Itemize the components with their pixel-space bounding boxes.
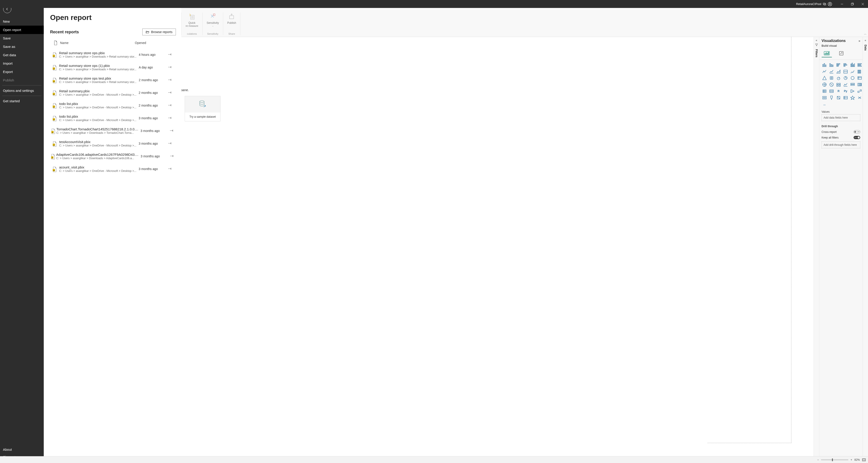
quick-measure-label[interactable]: Quickre measure: [186, 22, 198, 27]
viz-type-8[interactable]: [836, 69, 841, 74]
column-name[interactable]: Name: [60, 41, 135, 45]
column-opened[interactable]: Opened: [135, 41, 162, 45]
viz-type-27[interactable]: Py: [843, 88, 848, 94]
recent-file-path: C: > Users > asanglikar > Downloads > Re…: [59, 68, 137, 71]
keep-filters-toggle[interactable]: On: [854, 136, 860, 139]
browse-reports-button[interactable]: Browse reports: [142, 29, 176, 35]
viz-type-17[interactable]: [857, 75, 863, 81]
viz-type-20[interactable]: [836, 82, 841, 87]
nav-get-started[interactable]: Get started: [0, 97, 44, 105]
nav-import[interactable]: Import: [0, 59, 44, 67]
nav-open-report[interactable]: Open report: [0, 26, 44, 34]
viz-type-29[interactable]: [857, 88, 863, 94]
viz-type-22[interactable]: [850, 82, 856, 87]
sensitivity-label[interactable]: Sensitivity: [207, 22, 219, 25]
viz-type-5[interactable]: [857, 62, 863, 67]
viz-type-4[interactable]: [850, 62, 856, 67]
recent-report-row[interactable]: acount_visit.pbixC: > Users > asanglikar…: [50, 163, 174, 176]
pin-icon[interactable]: [168, 53, 174, 57]
viz-type-28[interactable]: [850, 88, 856, 94]
nav-options[interactable]: Options and settings: [0, 86, 44, 95]
pin-icon[interactable]: [168, 78, 174, 82]
viz-type-2[interactable]: [836, 62, 841, 67]
viz-type-13[interactable]: [829, 75, 834, 81]
window-close-button[interactable]: [858, 0, 868, 8]
viz-type-24[interactable]: [822, 88, 828, 94]
recent-report-row[interactable]: Retail summary store ops test.pbixC: > U…: [50, 74, 174, 87]
viz-type-36[interactable]: ...: [822, 102, 828, 107]
viz-type-14[interactable]: [836, 75, 841, 81]
recent-report-row[interactable]: TornadoChart.TornadoChart1452517688218.2…: [50, 125, 174, 138]
viz-type-23[interactable]: [857, 82, 863, 87]
recent-report-row[interactable]: Retail summary.pbixC: > Users > asanglik…: [50, 87, 174, 99]
drill-through-drop-area[interactable]: Add drill-through fields here: [822, 142, 860, 148]
nav-save-as[interactable]: Save as: [0, 42, 44, 51]
recent-file-opened: 2 months ago: [139, 104, 168, 107]
viz-type-0[interactable]: [822, 62, 828, 67]
nav-save[interactable]: Save: [0, 34, 44, 42]
pin-icon[interactable]: [168, 142, 174, 146]
viz-type-31[interactable]: [829, 95, 834, 100]
viz-type-35[interactable]: [857, 95, 863, 100]
recent-report-row[interactable]: testAccountVisit.pbixC: > Users > asangl…: [50, 138, 174, 150]
viz-type-10[interactable]: [850, 69, 856, 74]
account-sync-icon: [823, 2, 826, 6]
filters-pane-collapsed[interactable]: « Filters: [814, 37, 819, 456]
ribbon-expand-icon[interactable]: ︿: [864, 32, 867, 36]
recent-file-path: C: > Users > asanglikar > Downloads > To…: [56, 131, 138, 135]
nav-get-data[interactable]: Get data: [0, 51, 44, 59]
recent-list[interactable]: Retail summary store ops.pbixC: > Users …: [50, 49, 178, 461]
recent-report-row[interactable]: Retail summary store ops (1).pbixC: > Us…: [50, 61, 174, 74]
viz-type-19[interactable]: [829, 82, 834, 87]
pin-icon[interactable]: [168, 104, 174, 108]
viz-type-21[interactable]: [843, 82, 848, 87]
viz-type-18[interactable]: [822, 82, 828, 87]
viz-type-11[interactable]: [857, 69, 863, 74]
publish-label[interactable]: Publish: [227, 22, 236, 25]
sensitivity-icon: [210, 12, 216, 21]
nav-export[interactable]: Export: [0, 67, 44, 76]
pin-icon[interactable]: [168, 91, 174, 95]
window-minimize-button[interactable]: [837, 0, 847, 8]
viz-type-15[interactable]: [843, 75, 848, 81]
viz-type-26[interactable]: R: [836, 88, 841, 94]
viz-type-9[interactable]: [843, 69, 848, 74]
cross-report-toggle[interactable]: Off: [854, 130, 860, 134]
build-visual-tab[interactable]: [822, 49, 832, 57]
viz-type-32[interactable]: [836, 95, 841, 100]
format-visual-tab[interactable]: [837, 49, 847, 57]
chevron-right-icon[interactable]: »: [859, 39, 860, 42]
pin-icon[interactable]: [168, 116, 174, 120]
viz-type-7[interactable]: [829, 69, 834, 74]
recent-report-row[interactable]: Retail summary store ops.pbixC: > Users …: [50, 49, 174, 61]
nav-new[interactable]: New: [0, 17, 44, 26]
viz-type-33[interactable]: [843, 95, 848, 100]
viz-type-30[interactable]: [822, 95, 828, 100]
pin-icon[interactable]: [170, 129, 174, 133]
nav-about[interactable]: About: [0, 446, 44, 453]
viz-type-1[interactable]: [829, 62, 834, 67]
window-maximize-button[interactable]: [847, 0, 858, 8]
recent-report-row[interactable]: todo list.pbixC: > Users > asanglikar > …: [50, 99, 174, 112]
viz-type-34[interactable]: [850, 95, 856, 100]
viz-type-3[interactable]: [843, 62, 848, 67]
viz-type-6[interactable]: [822, 69, 828, 74]
pin-icon[interactable]: [168, 65, 174, 69]
zoom-slider[interactable]: [821, 459, 848, 460]
ribbon-group-share: Share: [228, 32, 235, 35]
viz-type-12[interactable]: [822, 75, 828, 81]
viz-type-25[interactable]: [829, 88, 834, 94]
data-pane-collapsed[interactable]: « Data: [863, 37, 868, 456]
viz-type-16[interactable]: [850, 75, 856, 81]
zoom-level[interactable]: 82%: [855, 458, 860, 461]
zoom-out-button[interactable]: −: [817, 458, 819, 461]
pin-icon[interactable]: [170, 154, 174, 158]
fit-page-icon[interactable]: [862, 458, 866, 461]
recent-report-row[interactable]: AdaptiveCards106.adaptiveCards1267F9A029…: [50, 150, 174, 163]
sample-dataset-card[interactable]: Try a sample dataset: [185, 96, 220, 121]
zoom-in-button[interactable]: +: [850, 458, 852, 461]
account-label[interactable]: RetailAuroraCIPool: [796, 2, 832, 6]
recent-report-row[interactable]: todo list.pbixC: > Users > asanglikar > …: [50, 112, 174, 125]
pin-icon[interactable]: [168, 167, 174, 171]
values-drop-area[interactable]: Add data fields here: [822, 114, 860, 121]
